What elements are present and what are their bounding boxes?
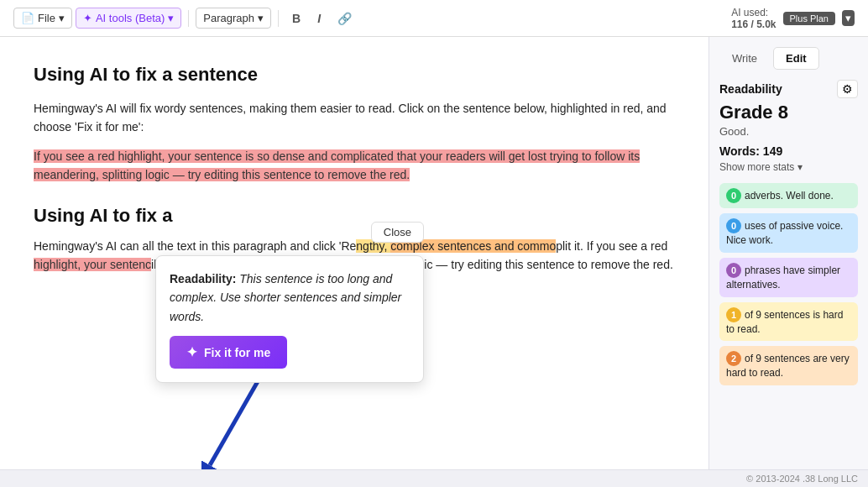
- popup-readability-text: Readability: This sentence is too long a…: [170, 270, 410, 326]
- highlighted-sentence[interactable]: If you see a red highlight, your sentenc…: [34, 147, 675, 185]
- ai-sparkle-icon: ✦: [83, 12, 92, 24]
- intro-para-1: Hemingway's AI will fix wordy sentences,…: [34, 99, 675, 137]
- italic-button[interactable]: I: [311, 8, 327, 29]
- show-more-stats-button[interactable]: Show more stats ▾: [719, 161, 858, 173]
- chevron-down-icon-para: ▾: [258, 12, 264, 24]
- chevron-down-icon-ai: ▾: [168, 12, 174, 24]
- stat-badge: 0uses of passive voice. Nice work.: [719, 213, 858, 253]
- readability-title: Readability: [719, 82, 782, 96]
- content-area: Using AI to fix a sentence Hemingway's A…: [0, 37, 709, 469]
- fix-btn-label: Fix it for me: [204, 346, 270, 359]
- fix-it-button[interactable]: ✦ Fix it for me: [170, 336, 287, 369]
- popup-overlay: Close Readability: This sentence is too …: [155, 255, 424, 383]
- copyright-text: © 2013-2024 .38 Long LLC: [746, 474, 858, 484]
- sidebar-tabs: Write Edit: [719, 47, 858, 70]
- chevron-down-icon: ▾: [59, 12, 65, 24]
- para2-start: Hemingway's AI can al: [34, 239, 151, 253]
- plan-dropdown-button[interactable]: ▾: [842, 10, 855, 26]
- sidebar: Write Edit Readability ⚙ Grade 8 Good. W…: [709, 37, 868, 469]
- stat-badge: 1of 9 sentences is hard to read.: [719, 302, 858, 342]
- para2-mid: l the text in this paragraph and click '…: [151, 239, 356, 253]
- stat-badge: 0phrases have simpler alternatives.: [719, 258, 858, 297]
- divider-2: [278, 10, 279, 27]
- readability-settings-button[interactable]: ⚙: [837, 80, 858, 98]
- grade-desc: Good.: [719, 125, 858, 138]
- divider-1: [188, 10, 189, 27]
- write-tab[interactable]: Write: [719, 47, 770, 70]
- toolbar-right: AI used: 116 / 5.0k Plus Plan ▾: [731, 7, 855, 30]
- link-button[interactable]: 🔗: [331, 8, 358, 29]
- ai-tools-button[interactable]: ✦ AI tools (Beta) ▾: [76, 8, 181, 29]
- stats-badges: 0adverbs. Well done.0uses of passive voi…: [719, 183, 858, 385]
- toolbar-left: 📄 File ▾ ✦ AI tools (Beta) ▾ Paragraph ▾…: [13, 8, 358, 29]
- close-button[interactable]: Close: [371, 222, 424, 243]
- ai-tools-label: AI tools (Beta): [96, 12, 165, 24]
- popup-box: Readability: This sentence is too long a…: [155, 255, 424, 383]
- bold-button[interactable]: B: [285, 8, 307, 29]
- red-highlight-text[interactable]: If you see a red highlight, your sentenc…: [34, 149, 640, 181]
- toolbar: 📄 File ▾ ✦ AI tools (Beta) ▾ Paragraph ▾…: [0, 0, 868, 37]
- footer: © 2013-2024 .38 Long LLC: [0, 469, 868, 487]
- file-menu-button[interactable]: 📄 File ▾: [13, 8, 72, 29]
- stat-badge: 2of 9 sentences are very hard to read.: [719, 346, 858, 385]
- para2-after-yellow: plit it. If you see a red: [556, 239, 667, 253]
- file-label: File: [38, 12, 55, 24]
- plan-badge: Plus Plan: [783, 12, 835, 25]
- file-icon: 📄: [21, 12, 34, 24]
- fix-sparkle-icon: ✦: [186, 344, 197, 360]
- heading-1: Using AI to fix a sentence: [34, 64, 675, 86]
- readability-header: Readability ⚙: [719, 80, 858, 98]
- ai-used-label: AI used: 116 / 5.0k: [731, 7, 776, 30]
- words-count: Words: 149: [719, 144, 858, 158]
- main-layout: Using AI to fix a sentence Hemingway's A…: [0, 37, 868, 469]
- heading-2: Using AI to fix a: [34, 205, 675, 227]
- grade-label: Grade 8: [719, 102, 858, 123]
- para2-red: highlight, your sentenc: [34, 258, 151, 271]
- paragraph-style-button[interactable]: Paragraph ▾: [196, 8, 271, 29]
- paragraph-label: Paragraph: [203, 12, 254, 24]
- chevron-down-stats-icon: ▾: [797, 161, 803, 173]
- stat-badge: 0adverbs. Well done.: [719, 183, 858, 208]
- edit-tab[interactable]: Edit: [773, 47, 819, 70]
